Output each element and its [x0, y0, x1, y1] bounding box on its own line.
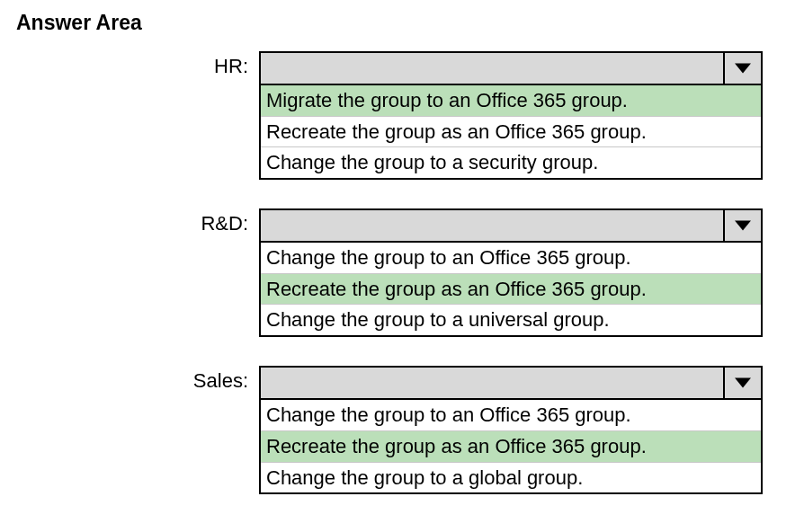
dropdown-option[interactable]: Recreate the group as an Office 365 grou… — [261, 117, 761, 148]
answer-row: Sales:Change the group to an Office 365 … — [16, 366, 788, 494]
dropdown-select[interactable] — [259, 51, 763, 85]
dropdown-option[interactable]: Migrate the group to an Office 365 group… — [261, 85, 761, 117]
row-label: HR: — [16, 51, 259, 78]
dropdown-option[interactable]: Change the group to a universal group. — [261, 305, 761, 335]
answer-row: HR:Migrate the group to an Office 365 gr… — [16, 51, 788, 180]
row-label: Sales: — [16, 366, 259, 393]
page-title: Answer Area — [16, 11, 788, 35]
chevron-down-icon[interactable] — [723, 368, 761, 398]
answer-row: R&D:Change the group to an Office 365 gr… — [16, 208, 788, 337]
dropdown-block: Change the group to an Office 365 group.… — [259, 366, 763, 494]
svg-marker-1 — [735, 221, 751, 231]
dropdown-block: Migrate the group to an Office 365 group… — [259, 51, 763, 180]
svg-marker-0 — [735, 64, 751, 74]
dropdown-select[interactable] — [259, 208, 763, 243]
dropdown-select[interactable] — [259, 366, 763, 400]
chevron-down-icon[interactable] — [723, 53, 761, 84]
dropdown-options: Change the group to an Office 365 group.… — [259, 400, 763, 494]
dropdown-option[interactable]: Recreate the group as an Office 365 grou… — [261, 274, 761, 306]
row-label: R&D: — [16, 208, 259, 235]
dropdown-options: Migrate the group to an Office 365 group… — [259, 85, 763, 180]
dropdown-option[interactable]: Recreate the group as an Office 365 grou… — [261, 431, 761, 463]
dropdown-option[interactable]: Change the group to an Office 365 group. — [261, 243, 761, 274]
dropdown-option[interactable]: Change the group to an Office 365 group. — [261, 400, 761, 431]
dropdown-options: Change the group to an Office 365 group.… — [259, 243, 763, 337]
svg-marker-2 — [735, 378, 751, 388]
dropdown-option[interactable]: Change the group to a security group. — [261, 147, 761, 178]
chevron-down-icon[interactable] — [723, 210, 761, 241]
dropdown-option[interactable]: Change the group to a global group. — [261, 463, 761, 493]
dropdown-block: Change the group to an Office 365 group.… — [259, 208, 763, 337]
